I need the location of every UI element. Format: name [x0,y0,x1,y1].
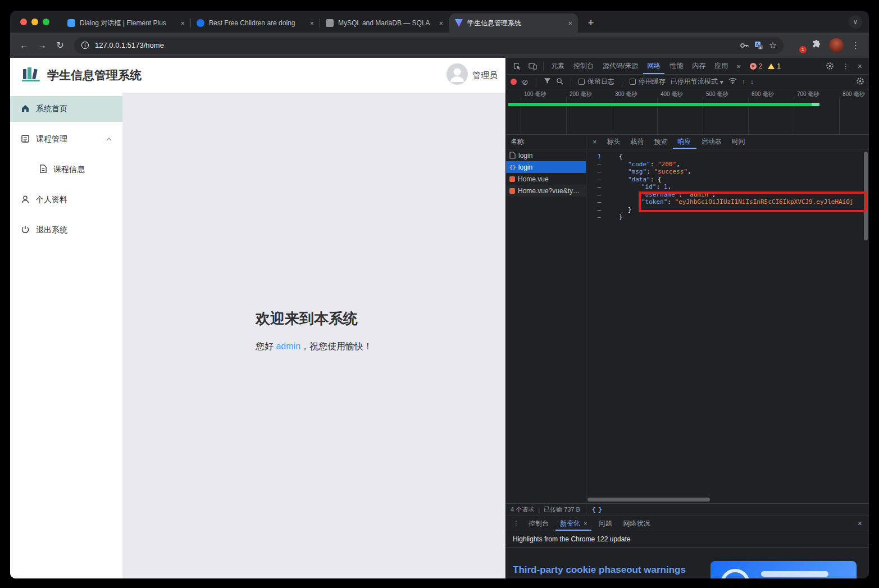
chevron-up-icon[interactable] [106,137,112,142]
sidebar-item-logout[interactable]: 退出系统 [10,217,122,243]
sidebar-item-profile[interactable]: 个人资料 [10,187,122,213]
sidebar-item-home[interactable]: 系统首页 [10,96,122,122]
app-header: 学生信息管理系统 管理员 [10,58,505,93]
tab-close-button[interactable]: × [308,19,315,28]
network-settings-gear-icon[interactable] [856,77,864,87]
browser-tab-element-plus[interactable]: Dialog 对话框 | Element Plus × [62,13,190,33]
site-favicon [197,19,204,27]
devtools-drawer: ⋮ 控制台 新变化× 问题 网络状况 × Highlights from the… [506,516,869,578]
browser-tab-student-system-active[interactable]: 学生信息管理系统 × [449,13,578,33]
network-toolbar: ⊘ 保留日志 停用缓存 已停用节流模 [506,75,869,89]
window-close-button[interactable] [20,19,27,25]
drawer-tab-issues[interactable]: 问题 [594,516,616,531]
extensions-puzzle-icon[interactable] [812,39,821,51]
error-icon [750,63,757,70]
user-avatar[interactable] [447,63,468,87]
translate-icon[interactable]: Aa [754,41,763,50]
export-har-icon[interactable]: ↓ [750,78,754,86]
drawer-menu-kebab-icon[interactable]: ⋮ [511,519,522,527]
warning-badge[interactable]: 1 [768,62,781,70]
devtools-tab-sources[interactable]: 源代码/来源 [599,58,642,74]
devtools-tab-performance[interactable]: 性能 [666,58,687,74]
url-text[interactable]: 127.0.0.1:5173/home [95,41,734,49]
drawer-tab-network-conditions[interactable]: 网络状况 [618,516,654,531]
tab-close-button[interactable]: × [567,19,573,28]
network-conditions-icon[interactable] [728,78,737,86]
tab-close-button[interactable]: × [438,19,444,28]
preserve-log-control: 保留日志 [579,77,614,86]
network-summary-bar: 4 个请求 | 已传输 737 B [506,503,586,516]
import-har-icon[interactable]: ↑ [742,78,745,86]
request-row-home-vue-query[interactable]: Home.vue?vue&ty… [506,185,586,197]
detail-tab-payload[interactable]: 载荷 [626,135,649,149]
drawer-tab-console[interactable]: 控制台 [524,516,553,531]
devtools-close-button[interactable]: × [854,62,866,71]
devtools-menu-kebab-icon[interactable]: ⋮ [839,59,853,74]
detail-tab-headers[interactable]: 标头 [602,135,626,149]
filter-icon[interactable] [544,78,551,86]
close-detail-icon[interactable]: × [587,138,602,146]
devtools-tab-elements[interactable]: 元素 [547,58,568,74]
disable-cache-checkbox[interactable] [630,79,636,85]
tab-search-button[interactable]: ∨ [849,15,862,29]
code-line: } [619,213,869,221]
request-row-home-vue[interactable]: Home.vue [506,173,586,185]
omnibox[interactable]: 127.0.0.1:5173/home Aa ☆ [74,37,784,54]
device-toolbar-icon[interactable] [525,59,540,74]
devtools-tab-network[interactable]: 网络 [643,58,664,74]
browser-profile-avatar[interactable] [829,38,844,53]
clear-network-log-icon[interactable]: ⊘ [522,78,529,86]
whats-new-article-thumbnail[interactable] [711,561,857,578]
script-request-icon [509,176,515,182]
close-drawer-button[interactable]: × [855,519,864,528]
forward-button[interactable]: → [34,37,51,54]
browser-tab-sqlalchemy[interactable]: MySQL and MariaDB — SQLA × [320,13,449,33]
back-button[interactable]: ← [16,37,33,54]
pretty-print-button[interactable]: { } [592,506,602,513]
detail-tab-initiator[interactable]: 启动器 [696,135,727,149]
drawer-tab-whats-new[interactable]: 新变化× [555,516,591,531]
devtools-tab-application[interactable]: 应用 [711,58,732,74]
network-overview-timeline[interactable]: 100 毫秒 200 毫秒 300 毫秒 400 毫秒 500 毫秒 600 毫… [506,89,869,135]
preserve-log-checkbox[interactable] [579,79,585,85]
window-minimize-button[interactable] [31,19,38,25]
site-info-icon[interactable] [81,41,89,49]
sidebar-item-course-management[interactable]: 课程管理 [10,126,122,152]
browser-tab-search-result[interactable]: Best Free Children are doing × [191,13,320,33]
search-icon[interactable] [556,78,563,86]
horizontal-scrollbar-thumb[interactable] [587,498,710,502]
request-row-login-xhr[interactable]: {} login [506,161,586,173]
detail-tab-response[interactable]: 响应 [673,135,696,149]
devtools-settings-gear-icon[interactable] [823,59,837,74]
greeting-username: admin [276,341,300,351]
detail-tab-preview[interactable]: 预览 [649,135,673,149]
request-row-login-doc[interactable]: login [506,149,586,161]
new-tab-button[interactable]: + [584,17,598,29]
detail-tab-timing[interactable]: 时间 [727,135,750,149]
throttling-select[interactable]: 已停用节流模式 ▾ [671,77,723,86]
tab-close-button[interactable]: × [179,19,186,28]
welcome-block: 欢迎来到本系统 您好 admin，祝您使用愉快！ [256,309,372,353]
more-tabs-icon[interactable]: » [733,62,744,70]
inspect-element-icon[interactable] [509,59,524,74]
user-area[interactable]: 管理员 [447,63,498,87]
response-body-viewer[interactable]: 1 – – – – – – – – { "code": "200", [586,149,869,496]
request-list-header[interactable]: 名称 [506,135,586,149]
overview-activity-bar-tail [812,103,819,106]
vite-favicon [455,19,463,27]
extension-button-with-badge[interactable]: 1 [793,40,804,51]
devtools-tab-memory[interactable]: 内存 [688,58,709,74]
bookmark-star-icon[interactable]: ☆ [769,40,777,51]
record-network-log-button[interactable] [511,79,517,85]
error-badge[interactable]: 2 [750,62,763,70]
reload-button[interactable]: ↻ [52,37,69,54]
window-maximize-button[interactable] [43,19,49,25]
close-whats-new-tab-icon[interactable]: × [584,520,587,527]
preserve-log-label: 保留日志 [587,77,614,86]
password-key-icon[interactable] [740,41,749,50]
toolbar-divider [536,78,536,86]
horizontal-scrollbar[interactable] [586,496,869,503]
browser-menu-kebab-icon[interactable]: ⋮ [851,40,860,51]
sidebar-item-course-info[interactable]: 课程信息 [10,157,122,183]
devtools-tab-console[interactable]: 控制台 [570,58,598,74]
